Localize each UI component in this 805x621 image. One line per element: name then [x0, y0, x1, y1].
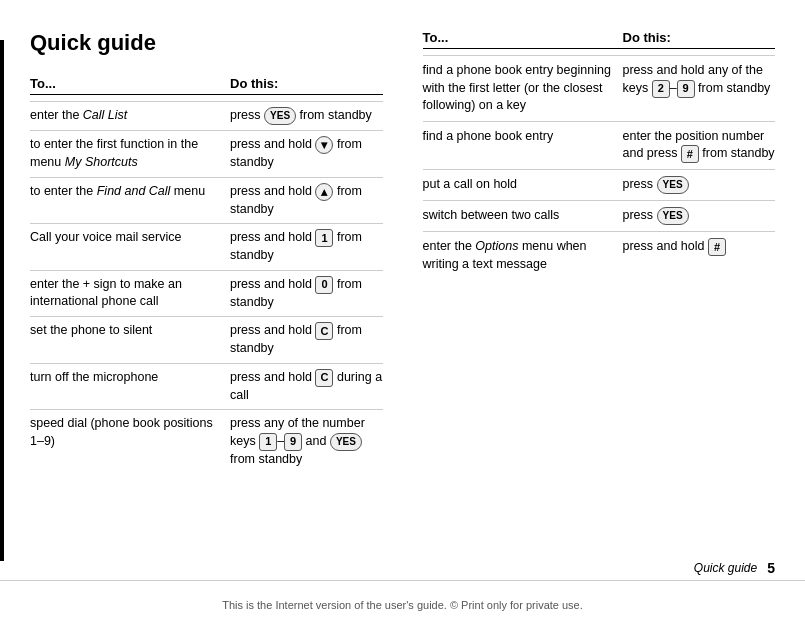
key-1: 1	[315, 229, 333, 247]
table-row: turn off the microphone press and hold C…	[30, 363, 383, 410]
cell-to: set the phone to silent	[30, 322, 230, 340]
arrow-down-key: ▾	[315, 136, 333, 154]
footer-line	[0, 580, 805, 581]
cell-do: press and hold #	[623, 238, 776, 256]
italic-text: My Shortcuts	[65, 155, 138, 169]
left-col-to: To...	[30, 76, 230, 91]
key-1-speed: 1	[259, 433, 277, 451]
table-row: enter the Options menu when writing a te…	[423, 231, 776, 279]
key-2: 2	[652, 80, 670, 98]
right-col-do: Do this:	[623, 30, 776, 45]
table-row: enter the Call List press YES from stand…	[30, 101, 383, 130]
italic-text: Call List	[83, 108, 127, 122]
cell-do: press and hold C during a call	[230, 369, 383, 405]
cell-do: enter the position number and press # fr…	[623, 128, 776, 164]
cell-do: press and hold ▴ from standby	[230, 183, 383, 219]
cell-to: to enter the first function in the menu …	[30, 136, 230, 171]
yes-key: YES	[264, 107, 296, 125]
key-hash: #	[681, 145, 699, 163]
cell-do: press and hold ▾ from standby	[230, 136, 383, 172]
cell-do: press YES	[623, 207, 776, 225]
yes-key-speed: YES	[330, 433, 362, 451]
right-column: To... Do this: find a phone book entry b…	[423, 30, 776, 473]
cell-do: press and hold any of the keys 2–9 from …	[623, 62, 776, 98]
left-col-do: Do this:	[230, 76, 383, 91]
cell-to: find a phone book entry	[423, 128, 623, 146]
table-row: speed dial (phone book positions 1–9) pr…	[30, 409, 383, 473]
cell-do: press YES	[623, 176, 776, 194]
page-number: 5	[767, 560, 775, 576]
key-c-silent: C	[315, 322, 333, 340]
right-table-header: To... Do this:	[423, 30, 776, 49]
table-row: to enter the Find and Call menu press an…	[30, 177, 383, 224]
cell-to: speed dial (phone book positions 1–9)	[30, 415, 230, 450]
italic-text: Find and Call	[97, 184, 171, 198]
footer-text: This is the Internet version of the user…	[0, 599, 805, 611]
key-0: 0	[315, 276, 333, 294]
content-wrapper: Quick guide To... Do this: enter the Cal…	[0, 0, 805, 473]
table-row: switch between two calls press YES	[423, 200, 776, 231]
table-row: enter the + sign to make an internationa…	[30, 270, 383, 317]
italic-text: Options	[475, 239, 518, 253]
cell-to: Call your voice mail service	[30, 229, 230, 247]
table-row: Call your voice mail service press and h…	[30, 223, 383, 270]
page: Quick guide To... Do this: enter the Cal…	[0, 0, 805, 621]
cell-do: press and hold C from standby	[230, 322, 383, 358]
cell-do: press YES from standby	[230, 107, 383, 125]
table-row: set the phone to silent press and hold C…	[30, 316, 383, 363]
key-hash-options: #	[708, 238, 726, 256]
key-9: 9	[677, 80, 695, 98]
key-c-mic: C	[315, 369, 333, 387]
yes-key-hold: YES	[657, 176, 689, 194]
left-table-header: To... Do this:	[30, 76, 383, 95]
cell-do: press and hold 0 from standby	[230, 276, 383, 312]
cell-do: press any of the number keys 1–9 and YES…	[230, 415, 383, 468]
table-row: to enter the first function in the menu …	[30, 130, 383, 177]
arrow-up-key: ▴	[315, 183, 333, 201]
table-row: find a phone book entry enter the positi…	[423, 121, 776, 170]
cell-to: find a phone book entry beginning with t…	[423, 62, 623, 115]
cell-to: to enter the Find and Call menu	[30, 183, 230, 201]
right-col-to: To...	[423, 30, 623, 45]
table-row: find a phone book entry beginning with t…	[423, 55, 776, 121]
cell-to: put a call on hold	[423, 176, 623, 194]
key-9-speed: 9	[284, 433, 302, 451]
cell-to: enter the Options menu when writing a te…	[423, 238, 623, 273]
cell-to: enter the Call List	[30, 107, 230, 125]
cell-to: enter the + sign to make an internationa…	[30, 276, 230, 311]
left-column: Quick guide To... Do this: enter the Cal…	[30, 30, 383, 473]
table-row: put a call on hold press YES	[423, 169, 776, 200]
page-number-label: Quick guide	[694, 561, 757, 575]
yes-key-switch: YES	[657, 207, 689, 225]
cell-do: press and hold 1 from standby	[230, 229, 383, 265]
left-border	[0, 40, 4, 561]
page-title: Quick guide	[30, 30, 383, 56]
page-number-area: Quick guide 5	[694, 560, 775, 576]
cell-to: turn off the microphone	[30, 369, 230, 387]
cell-to: switch between two calls	[423, 207, 623, 225]
